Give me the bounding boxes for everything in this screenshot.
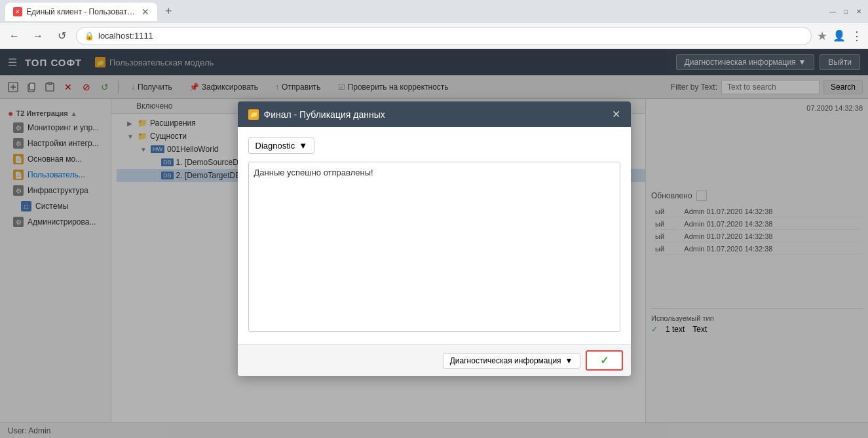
close-button[interactable]: ✕	[855, 8, 863, 16]
refresh-button[interactable]: ↺	[52, 27, 71, 45]
modal-dropdown-arrow: ▼	[299, 141, 307, 151]
browser-actions: ★ 👤 ⋮	[817, 29, 863, 43]
maximize-button[interactable]: □	[842, 8, 850, 16]
lock-icon: 🔒	[85, 31, 94, 41]
modal-ok-button[interactable]: ✓	[586, 350, 623, 371]
address-bar[interactable]: 🔒 localhost:1111	[76, 27, 812, 45]
back-button[interactable]: ←	[5, 27, 24, 45]
modal-title-icon: 📁	[248, 109, 259, 120]
tab-icon: ✕	[13, 7, 22, 16]
footer-dropdown-arrow: ▼	[565, 356, 573, 365]
modal-type-dropdown[interactable]: Diagnostic ▼	[248, 137, 315, 154]
browser-titlebar: ✕ Единый клиент - Пользовательс... ✕ + —…	[0, 0, 868, 23]
forward-button[interactable]: →	[29, 27, 47, 45]
tab-title: Единый клиент - Пользовательс...	[26, 7, 138, 16]
new-tab-button[interactable]: +	[160, 2, 178, 21]
ok-checkmark: ✓	[600, 354, 609, 367]
address-text: localhost:1111	[98, 31, 153, 41]
modal-dialog: 📁 Финал - Публикация данных ✕ Diagnostic…	[238, 101, 631, 376]
tab-close-icon[interactable]: ✕	[142, 7, 149, 17]
modal-dropdown-row: Diagnostic ▼	[248, 137, 620, 154]
modal-close-button[interactable]: ✕	[612, 108, 620, 120]
menu-icon[interactable]: ⋮	[851, 29, 863, 43]
modal-dropdown-label: Diagnostic	[255, 141, 295, 151]
bookmark-icon[interactable]: ★	[817, 29, 827, 43]
browser-toolbar: ← → ↺ 🔒 localhost:1111 ★ 👤 ⋮	[0, 23, 868, 49]
modal-footer-dropdown[interactable]: Диагностическая информация ▼	[443, 353, 580, 369]
modal-textarea[interactable]	[248, 162, 620, 332]
modal-title: Финал - Публикация данных	[264, 109, 607, 120]
window-controls: — □ ✕	[829, 8, 863, 16]
minimize-button[interactable]: —	[829, 8, 837, 16]
profile-icon[interactable]: 👤	[833, 29, 846, 42]
modal-body: Diagnostic ▼	[238, 127, 631, 344]
modal-footer: Диагностическая информация ▼ ✓	[238, 344, 631, 376]
modal-header: 📁 Финал - Публикация данных ✕	[238, 101, 631, 127]
browser-tab[interactable]: ✕ Единый клиент - Пользовательс... ✕	[5, 3, 157, 21]
footer-dropdown-label: Диагностическая информация	[450, 356, 561, 365]
modal-overlay: 📁 Финал - Публикация данных ✕ Diagnostic…	[0, 49, 868, 438]
